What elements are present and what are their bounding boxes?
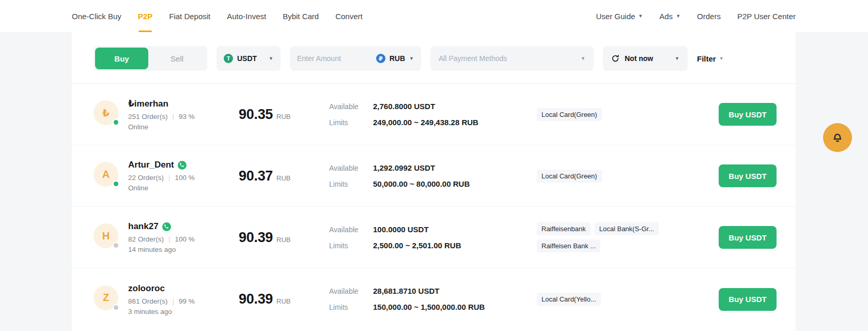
nav-item-user-guide-label: User Guide: [596, 12, 635, 21]
price-currency: RUB: [276, 113, 290, 121]
price-cell: 90.39 RUB: [239, 230, 326, 246]
price-value: 90.39: [239, 291, 273, 307]
avatar[interactable]: ₺: [94, 100, 118, 125]
avatar[interactable]: Z: [94, 285, 118, 310]
offer-row: A Artur_Dent 22 Order(s) | 100 %: [72, 145, 796, 207]
bell-icon: [831, 130, 844, 145]
completion-rate: 100 %: [175, 174, 195, 182]
nav-item-ads[interactable]: Ads ▼: [659, 0, 680, 32]
online-status-dot: [113, 119, 119, 126]
buy-usdt-button[interactable]: Buy USDT: [719, 288, 777, 311]
payment-method-placeholder: All Payment Methods: [439, 54, 507, 63]
buy-sell-toggle: Buy Sell: [94, 46, 207, 71]
buy-tab[interactable]: Buy: [95, 48, 148, 69]
action-cell: Buy USDT: [719, 288, 777, 311]
last-seen-status: 14 minutes ago: [128, 246, 195, 253]
availability-cell: Available 28,681.8710 USDT Limits 150,00…: [326, 286, 533, 312]
offer-row: Z zolooroc 861 Order(s) | 99 %: [72, 268, 796, 330]
nav-item-orders[interactable]: Orders: [697, 0, 721, 32]
available-label: Available: [329, 163, 373, 173]
price-currency: RUB: [276, 236, 290, 244]
chevron-down-icon: ▼: [269, 56, 273, 61]
offer-row: ₺ ₺imerhan 251 Order(s) | 93 %: [72, 84, 796, 145]
limits-value: 50,000.00 ~ 80,000.00 RUB: [373, 179, 470, 189]
nav-right: User Guide ▼ Ads ▼ Orders P2P User Cente…: [596, 0, 796, 32]
nav-item-auto-invest[interactable]: Auto-Invest: [227, 0, 266, 32]
avatar-letter: Z: [103, 292, 109, 304]
limits-value: 150,000.00 ~ 1,500,000.00 RUB: [373, 302, 485, 312]
nav-item-ads-label: Ads: [659, 12, 673, 21]
available-value: 28,681.8710 USDT: [373, 286, 439, 296]
auto-refresh-select[interactable]: Not now ▼: [603, 46, 688, 71]
advertiser-stats: 251 Order(s) | 93 %: [128, 113, 195, 121]
nav-item-bybit-card[interactable]: Bybit Card: [283, 0, 319, 32]
offer-row: H hank27 82 Order(s) | 100 % 1: [72, 207, 796, 268]
nav-item-convert[interactable]: Convert: [335, 0, 363, 32]
nav-item-fiat-deposit[interactable]: Fiat Deposit: [169, 0, 210, 32]
limits-label: Limits: [329, 240, 373, 251]
price-value: 90.37: [239, 168, 273, 184]
chevron-down-icon: ▼: [638, 14, 643, 19]
limits-label: Limits: [329, 302, 373, 312]
price-value: 90.35: [239, 107, 273, 123]
chevron-down-icon: ▼: [409, 56, 414, 61]
completion-rate: 100 %: [175, 235, 195, 243]
advertiser-cell: ₺ ₺imerhan 251 Order(s) | 93 %: [94, 98, 239, 131]
divider: |: [173, 297, 175, 305]
limits-value: 249,000.00 ~ 249,438.28 RUB: [373, 117, 478, 128]
nav-item-p2p[interactable]: P2P: [138, 0, 152, 32]
p2p-market-panel: Buy Sell T USDT ▼ ₽ RUB ▼ All Payment Me…: [72, 32, 796, 331]
payment-method-tag: Raiffeisen Bank ...: [537, 239, 600, 252]
payment-method-tag: Local Card(Yello...: [537, 293, 601, 306]
advertiser-name[interactable]: ₺imerhan: [128, 98, 168, 109]
advertiser-stats: 22 Order(s) | 100 %: [128, 174, 195, 182]
completion-rate: 93 %: [179, 113, 195, 121]
nav-item-one-click-buy[interactable]: One-Click Buy: [72, 0, 121, 32]
order-count: 82 Order(s): [128, 235, 164, 243]
available-label: Available: [329, 224, 373, 235]
filter-button[interactable]: Filter ▼: [697, 54, 724, 63]
payment-method-tag: Local Card(Green): [537, 170, 602, 183]
ruble-icon: ₽: [376, 54, 385, 63]
payment-method-select[interactable]: All Payment Methods ▼: [430, 46, 594, 71]
chevron-down-icon: ▼: [676, 14, 680, 19]
asset-select[interactable]: T USDT ▼: [216, 46, 281, 71]
advertiser-cell: Z zolooroc 861 Order(s) | 99 %: [94, 283, 239, 315]
price-currency: RUB: [276, 174, 290, 182]
filter-bar: Buy Sell T USDT ▼ ₽ RUB ▼ All Payment Me…: [72, 32, 796, 83]
advertiser-name[interactable]: zolooroc: [128, 283, 165, 294]
nav-item-p2p-user-center[interactable]: P2P User Center: [737, 0, 796, 32]
price-currency: RUB: [276, 297, 290, 305]
notification-bell-button[interactable]: [823, 123, 852, 152]
completion-rate: 99 %: [179, 297, 195, 305]
payment-tags: RaiffeisenbankLocal Bank(S-Gr...Raiffeis…: [533, 222, 716, 252]
avatar-letter: ₺: [102, 107, 110, 119]
chevron-down-icon: ▼: [719, 56, 724, 61]
advertiser-info: Artur_Dent 22 Order(s) | 100 % Online: [128, 160, 195, 192]
price-value: 90.39: [239, 230, 273, 246]
sell-tab[interactable]: Sell: [148, 54, 206, 63]
order-count: 22 Order(s): [128, 174, 164, 182]
amount-input[interactable]: [297, 54, 358, 63]
buy-usdt-button[interactable]: Buy USDT: [719, 164, 777, 187]
buy-usdt-button[interactable]: Buy USDT: [719, 103, 777, 126]
fiat-currency-select[interactable]: ₽ RUB ▼: [376, 54, 414, 63]
advertiser-cell: H hank27 82 Order(s) | 100 % 1: [94, 221, 239, 253]
availability-cell: Available 1,292.0992 USDT Limits 50,000.…: [326, 163, 533, 189]
avatar[interactable]: A: [94, 162, 118, 187]
avatar[interactable]: H: [94, 223, 118, 248]
nav-item-user-guide[interactable]: User Guide ▼: [596, 0, 643, 32]
chevron-down-icon: ▼: [675, 56, 679, 61]
top-navigation: One-Click Buy P2P Fiat Deposit Auto-Inve…: [0, 0, 868, 32]
chevron-down-icon: ▼: [581, 56, 585, 61]
tether-icon: T: [224, 54, 233, 63]
advertiser-name[interactable]: Artur_Dent: [128, 160, 174, 170]
avatar-letter: A: [102, 169, 110, 180]
filter-button-label: Filter: [697, 54, 716, 63]
asset-select-value: USDT: [237, 54, 257, 63]
payment-tags: Local Card(Yello...: [533, 293, 716, 306]
buy-usdt-button[interactable]: Buy USDT: [719, 226, 777, 249]
phone-verified-icon: [178, 161, 187, 170]
advertiser-name[interactable]: hank27: [128, 221, 159, 232]
limits-value: 2,500.00 ~ 2,501.00 RUB: [373, 240, 461, 251]
